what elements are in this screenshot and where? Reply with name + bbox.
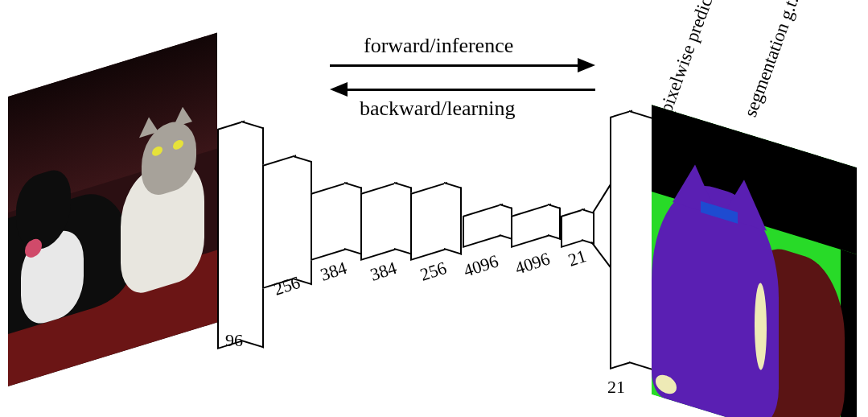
forward-arrow	[330, 64, 579, 67]
forward-arrow-head	[578, 58, 595, 72]
layer-upsample-channels: 21	[607, 377, 625, 398]
fcn-architecture-diagram: 96 256 384 384 256 4096 4096 21 21	[0, 0, 868, 417]
layer-conv5-side	[444, 182, 462, 255]
layer-fc7	[511, 204, 551, 248]
layer-fc6-channels: 4096	[461, 250, 501, 281]
layer-upsample-side	[629, 110, 653, 370]
layer-fc6	[463, 204, 503, 248]
layer-score-channels: 21	[566, 246, 589, 271]
layer-conv4-channels: 384	[368, 258, 399, 286]
backward-arrow-head	[330, 82, 348, 97]
segmentation-gt-image	[652, 105, 857, 417]
layer-conv3-channels: 384	[318, 258, 349, 286]
layer-conv2-side	[293, 155, 312, 285]
layer-conv2	[262, 155, 296, 289]
pixelwise-prediction-label: pixelwise prediction	[656, 0, 726, 116]
layer-conv1-channels: 96	[225, 330, 243, 351]
layer-fc7-channels: 4096	[512, 248, 553, 279]
layer-conv5	[410, 182, 447, 261]
layer-conv1	[217, 121, 245, 349]
segmentation-gt-label: segmentation g.t.	[740, 0, 803, 120]
layer-conv4-side	[394, 182, 412, 255]
backward-arrow-label: backward/learning	[360, 97, 515, 121]
layer-conv1-side	[241, 121, 264, 349]
layer-conv3-side	[344, 182, 362, 255]
layer-conv5-channels: 256	[418, 258, 449, 286]
layer-fc7-side	[548, 204, 561, 240]
backward-arrow	[346, 89, 595, 91]
layer-conv4	[360, 182, 397, 261]
forward-arrow-label: forward/inference	[364, 34, 513, 58]
layer-score-side	[582, 208, 594, 245]
layer-conv3	[311, 182, 348, 261]
input-image	[8, 33, 217, 386]
